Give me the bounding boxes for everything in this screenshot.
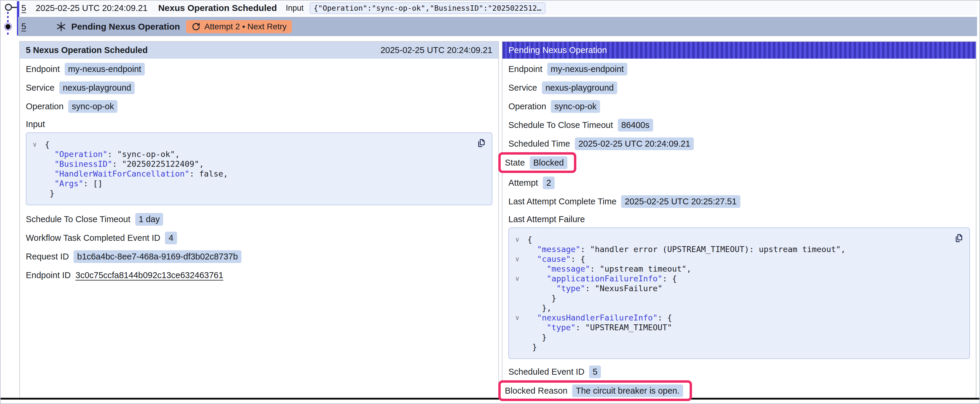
field-request-id: Request ID b1c6a4bc-8ee7-468a-9169-df3b0… (26, 250, 492, 263)
field-label: Schedule To Close Timeout (508, 120, 613, 130)
field-schedule-to-close-timeout: Schedule To Close Timeout 1 day (26, 212, 492, 226)
event-timeline (1, 1, 17, 42)
field-value-badge: sync-op-ok (551, 100, 600, 113)
field-label: Endpoint (508, 64, 542, 74)
blocked-reason-annotation-highlight: Blocked Reason The circuit breaker is op… (498, 380, 692, 401)
collapse-chevron-icon (32, 179, 45, 189)
collapse-chevron-icon (515, 323, 527, 332)
scheduled-panel-body: Endpoint my-nexus-endpoint Service nexus… (20, 59, 498, 282)
event-marker-current-icon (4, 22, 12, 31)
input-json-viewer: ∨{ "Operation": "sync-op-ok", "BusinessI… (26, 132, 492, 205)
field-label: State (505, 158, 525, 168)
field-label: Endpoint (26, 64, 60, 74)
field-value-badge: my-nexus-endpoint (547, 63, 628, 76)
field-value-badge: nexus-playground (59, 81, 135, 94)
event-row-nexus-operation-scheduled[interactable]: 5 2025-02-25 UTC 20:24:09.21 Nexus Opera… (19, 1, 977, 15)
field-attempt: Attempt 2 (508, 176, 970, 190)
field-label: Operation (508, 101, 546, 111)
collapse-chevron-icon (32, 169, 45, 179)
collapse-chevron-icon (515, 244, 527, 254)
field-value-badge: my-nexus-endpoint (65, 63, 145, 76)
field-label: Schedule To Close Timeout (26, 214, 130, 224)
collapse-chevron-icon[interactable]: ∨ (515, 274, 527, 284)
field-label: Service (26, 83, 54, 93)
field-endpoint: Endpoint my-nexus-endpoint (508, 62, 970, 76)
collapse-chevron-icon (32, 189, 45, 198)
field-workflow-task-completed-event-id: Workflow Task Completed Event ID 4 (26, 231, 492, 245)
pending-panel-body: Endpoint my-nexus-endpoint Service nexus… (503, 59, 976, 401)
field-value-badge: b1c6a4bc-8ee7-468a-9169-df3b02c8737b (73, 250, 242, 263)
field-service: Service nexus-playground (26, 81, 492, 95)
field-value-badge: 1 day (135, 213, 164, 226)
collapse-chevron-icon (32, 149, 45, 159)
field-value-badge: 2025-02-25 UTC 20:24:09.21 (575, 138, 694, 150)
pending-asterisk-icon (56, 21, 67, 32)
event-id-link[interactable]: 5 (21, 22, 26, 32)
field-service: Service nexus-playground (508, 81, 970, 95)
panel-timestamp: 2025-02-25 UTC 20:24:09.21 (380, 45, 492, 55)
retry-status-badge: Attempt 2 • Next Retry (186, 20, 292, 33)
pending-operation-detail-panel: Pending Nexus Operation Endpoint my-nexu… (502, 41, 977, 398)
collapse-chevron-icon (32, 159, 45, 169)
last-attempt-failure-label: Last Attempt Failure (508, 213, 970, 225)
field-label: Request ID (26, 252, 69, 261)
collapse-chevron-icon (515, 342, 527, 352)
field-label: Workflow Task Completed Event ID (26, 233, 160, 243)
blocked-reason-value-badge: The circuit breaker is open. (572, 385, 683, 397)
state-value-badge: Blocked (530, 156, 567, 169)
field-value-badge: 86400s (618, 119, 653, 131)
field-label: Blocked Reason (505, 386, 567, 396)
pending-event-title: Pending Nexus Operation (71, 22, 180, 32)
collapse-chevron-icon (515, 303, 527, 313)
collapse-chevron-icon (515, 293, 527, 303)
scheduled-event-detail-panel: 5 Nexus Operation Scheduled 2025-02-25 U… (19, 41, 499, 398)
retry-icon (191, 22, 201, 32)
collapse-chevron-icon (515, 332, 527, 342)
pending-panel-header-striped: Pending Nexus Operation (503, 42, 976, 59)
field-value-badge: 2025-02-25 UTC 20:25:27.51 (621, 195, 740, 208)
event-row-pending-nexus-operation[interactable]: 5 Pending Nexus Operation Attempt 2 • Ne… (18, 17, 977, 36)
panel-title: 5 Nexus Operation Scheduled (26, 45, 148, 55)
event-input-preview-badge: {"Operation":"sync-op-ok","BusinessID":"… (310, 2, 546, 14)
field-operation: Operation sync-op-ok (508, 100, 970, 113)
collapse-chevron-icon[interactable]: ∨ (515, 313, 527, 323)
collapse-chevron-icon (515, 284, 527, 293)
copy-icon[interactable] (474, 138, 486, 149)
field-endpoint-id: Endpoint ID 3c0c75ccfa8144b092c13ce63246… (26, 268, 492, 282)
endpoint-id-link[interactable]: 3c0c75ccfa8144b092c13ce632463761 (76, 271, 223, 280)
field-label: Attempt (508, 178, 538, 188)
event-marker-open-icon (5, 3, 13, 11)
event-id-link[interactable]: 5 (21, 3, 26, 13)
timeline-connector (12, 7, 17, 8)
viewport-bottom-edge (1, 398, 980, 399)
field-label: Endpoint ID (26, 271, 71, 280)
field-endpoint: Endpoint my-nexus-endpoint (26, 62, 492, 76)
copy-icon[interactable] (952, 233, 963, 244)
field-last-attempt-complete-time: Last Attempt Complete Time 2025-02-25 UT… (508, 195, 970, 208)
collapse-chevron-icon[interactable]: ∨ (32, 139, 45, 149)
event-title: Nexus Operation Scheduled (158, 3, 277, 13)
collapse-chevron-icon[interactable]: ∨ (515, 234, 527, 244)
event-input-label: Input (286, 3, 304, 13)
scheduled-panel-header: 5 Nexus Operation Scheduled 2025-02-25 U… (20, 42, 498, 59)
field-value-badge: sync-op-ok (68, 100, 118, 113)
failure-json-viewer: ∨{ "message": "handler error (UPSTREAM_T… (508, 228, 970, 359)
collapse-chevron-icon[interactable]: ∨ (515, 254, 527, 264)
field-scheduled-time: Scheduled Time 2025-02-25 UTC 20:24:09.2… (508, 137, 970, 151)
failure-json-code: ∨{ "message": "handler error (UPSTREAM_T… (515, 234, 948, 352)
state-annotation-highlight: State Blocked (498, 152, 576, 173)
field-scheduled-event-id: Scheduled Event ID 5 (508, 365, 970, 379)
field-value-badge: 4 (165, 231, 177, 244)
retry-badge-label: Attempt 2 • Next Retry (204, 22, 286, 32)
field-operation: Operation sync-op-ok (26, 100, 492, 113)
field-label: Scheduled Event ID (508, 367, 584, 377)
field-value-badge: 2 (543, 176, 555, 189)
field-label: Last Attempt Complete Time (508, 196, 616, 206)
field-label: Operation (26, 101, 64, 111)
field-label: Service (508, 83, 537, 93)
workflow-event-history-view: 5 2025-02-25 UTC 20:24:09.21 Nexus Opera… (0, 0, 980, 404)
panel-title: Pending Nexus Operation (508, 45, 607, 55)
event-timestamp: 2025-02-25 UTC 20:24:09.21 (36, 3, 147, 13)
field-schedule-to-close-timeout: Schedule To Close Timeout 86400s (508, 118, 970, 132)
field-value-badge: nexus-playground (542, 81, 617, 94)
